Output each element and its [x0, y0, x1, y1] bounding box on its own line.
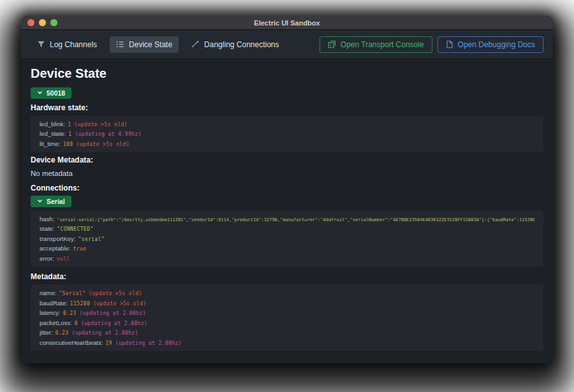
filter-icon	[37, 40, 45, 48]
code-line-error: error:null	[40, 254, 534, 264]
value: "CONNECTED"	[57, 226, 93, 232]
code-line-state: state:"CONNECTED"	[40, 224, 534, 234]
tab-log-channels[interactable]: Log Channels	[31, 36, 103, 53]
staleness-annotation: (update >5s old)	[89, 291, 142, 296]
value: 115200	[70, 301, 90, 307]
value: true	[73, 246, 87, 252]
key: hash:	[40, 215, 54, 222]
code-line-latency: latency:0.23(updating at 2.00hz)	[40, 308, 534, 318]
device-metadata-label: Device Metadata:	[31, 156, 543, 164]
device-state-panel: Device State 50018 Hardware state: led_b…	[21, 59, 553, 363]
key: latency:	[40, 309, 61, 316]
key: state:	[40, 225, 54, 232]
nav-button-label: Open Debugging Docs	[458, 40, 535, 49]
code-line-acceptable: acceptable:true	[40, 243, 534, 254]
scatter-connections-icon	[191, 40, 200, 48]
staleness-annotation: (update >5s old)	[76, 142, 129, 147]
code-line-led-state: led_state:1(updating at 4.99hz)	[40, 129, 534, 139]
update-rate-annotation: (updating at 2.00hz)	[80, 310, 146, 316]
key: transportKey:	[40, 235, 76, 242]
properties-list-icon	[116, 40, 124, 48]
window-title: Electric UI Sandbox	[21, 19, 553, 27]
staleness-annotation: (update >5s old)	[93, 301, 146, 307]
code-line-led-blink: led_blink:1(update >5s old)	[40, 119, 534, 129]
update-rate-annotation: (updating at 2.00hz)	[81, 321, 147, 326]
tab-label: Log Channels	[50, 40, 97, 49]
key: led_state:	[40, 130, 66, 137]
zoom-window-button[interactable]	[50, 19, 57, 26]
update-rate-annotation: (updating at 2.00hz)	[71, 330, 138, 336]
code-line-name: name:"Serial"(update >5s old)	[40, 288, 534, 298]
value: null	[57, 256, 70, 262]
page-title: Device State	[31, 66, 543, 81]
connection-details-block: hash:"serial-serial:{"path":"/dev/tty.us…	[31, 210, 543, 268]
serial-badge-label: Serial	[47, 198, 65, 205]
code-line-transport-key: transportKey:"serial"	[40, 234, 534, 244]
open-transport-console-button[interactable]: Open Transport Console	[320, 36, 432, 53]
connection-metadata-block: name:"Serial"(update >5s old) baudRate:1…	[31, 284, 543, 351]
tab-label: Device State	[129, 40, 172, 49]
app-window: Electric UI Sandbox Log Channels Device …	[21, 16, 553, 363]
code-line-jitter: jitter:0.23(updating at 2.00hz)	[40, 328, 534, 338]
update-rate-annotation: (updating at 4.99hz)	[75, 131, 141, 137]
value: "serial-serial:{"path":"/dev/tty.usbmode…	[57, 217, 534, 222]
metadata-label: Metadata:	[31, 272, 543, 281]
key: acceptable:	[40, 245, 71, 252]
navbar: Log Channels Device State Dangling Con	[21, 30, 553, 59]
tab-label: Dangling Connections	[204, 40, 279, 49]
code-line-hash: hash:"serial-serial:{"path":"/dev/tty.us…	[40, 214, 534, 224]
update-rate-annotation: (updating at 2.00hz)	[115, 340, 182, 346]
code-line-consecutive-heartbeats: consecutiveHeartbeats:19(updating at 2.0…	[40, 338, 534, 348]
chevron-down-icon	[37, 198, 43, 204]
key: name:	[40, 289, 56, 296]
value: 0	[75, 321, 78, 326]
hardware-state-block: led_blink:1(update >5s old) led_state:1(…	[31, 115, 543, 153]
traffic-lights	[27, 19, 57, 26]
tab-dangling-connections[interactable]: Dangling Connections	[185, 36, 285, 53]
nav-actions: Open Transport Console Open Debugging Do…	[320, 36, 543, 53]
hardware-state-label: Hardware state:	[31, 103, 543, 112]
value: 19	[105, 340, 112, 346]
device-id-badge[interactable]: 50018	[31, 87, 71, 99]
minimize-window-button[interactable]	[39, 19, 46, 26]
serial-connection-badge[interactable]: Serial	[31, 196, 71, 207]
value: 100	[63, 142, 73, 147]
connections-label: Connections:	[31, 184, 543, 192]
key: packetLoss:	[40, 319, 72, 326]
chevron-down-icon	[37, 90, 43, 96]
value: 0.23	[63, 310, 77, 316]
device-id-label: 50018	[47, 89, 65, 97]
code-line-packet-loss: packetLoss:0(updating at 2.00hz)	[40, 318, 534, 328]
value: 1	[68, 131, 71, 137]
value: "Serial"	[59, 291, 85, 296]
key: lit_time:	[40, 140, 61, 147]
close-window-button[interactable]	[27, 19, 34, 26]
key: consecutiveHeartbeats:	[40, 339, 103, 346]
value: 0.23	[55, 330, 69, 336]
value: 1	[68, 122, 71, 127]
key: led_blink:	[40, 120, 65, 127]
key: baudRate:	[40, 300, 68, 307]
key: jitter:	[40, 329, 53, 336]
console-icon	[328, 40, 336, 48]
nav-button-label: Open Transport Console	[341, 40, 424, 49]
staleness-annotation: (update >5s old)	[74, 122, 127, 127]
code-line-lit-time: lit_time:100(update >5s old)	[40, 139, 534, 149]
key: error:	[40, 255, 54, 262]
tab-device-state[interactable]: Device State	[110, 36, 179, 53]
code-line-baud-rate: baudRate:115200(update >5s old)	[40, 298, 534, 309]
document-icon	[446, 40, 453, 48]
no-metadata-text: No metadata	[31, 170, 543, 178]
value: "serial"	[78, 236, 105, 242]
titlebar: Electric UI Sandbox	[21, 16, 553, 30]
open-debugging-docs-button[interactable]: Open Debugging Docs	[438, 36, 543, 53]
